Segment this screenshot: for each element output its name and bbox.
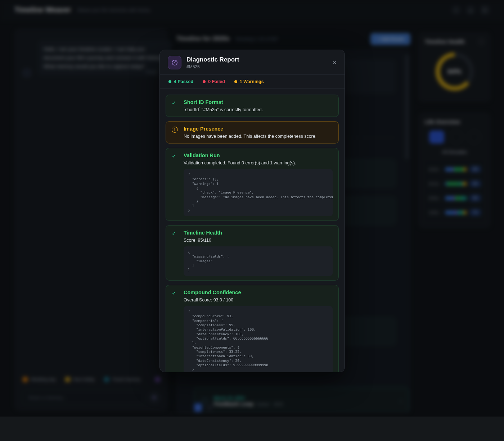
failed-dot-icon [203, 80, 206, 83]
check-title: Compound Confidence [184, 290, 333, 295]
check-description: Score: 95/110 [184, 238, 333, 243]
modal-short-id: #M525 [186, 64, 239, 69]
page: Timeline Weaver Weave your life memories… [0, 0, 504, 441]
check-title: Validation Run [184, 153, 333, 158]
diagnostic-report-modal: Diagnostic Report #M525 × 4 Passed 0 Fai… [159, 50, 345, 372]
check-pass-icon: ✓ [172, 230, 179, 276]
check-description: Validation completed. Found 0 error(s) a… [184, 160, 333, 165]
check-pass-icon: ✓ [172, 99, 179, 112]
warning-circle-icon: ! [172, 126, 179, 139]
compound-confidence-json-block: { "compoundScore": 93, "components": { "… [184, 306, 333, 372]
check-card-short-id-format: ✓ Short ID Format `shortId` "#M525" is c… [166, 95, 339, 117]
check-pass-icon: ✓ [172, 153, 179, 216]
check-card-compound-confidence: ✓ Compound Confidence Overall Score: 93.… [166, 285, 339, 372]
footer-band [0, 417, 504, 441]
close-icon[interactable]: × [333, 59, 337, 66]
modal-body[interactable]: ✓ Short ID Format `shortId` "#M525" is c… [160, 89, 345, 372]
check-card-timeline-health: ✓ Timeline Health Score: 95/110 { "missi… [166, 225, 339, 281]
warnings-label: 1 Warnings [240, 79, 264, 84]
check-title: Image Presence [184, 126, 333, 132]
modal-title: Diagnostic Report [186, 56, 239, 63]
passed-badge: 4 Passed [168, 79, 193, 84]
check-title: Short ID Format [184, 99, 333, 105]
check-description: `shortId` "#M525" is correctly formatted… [184, 107, 333, 112]
warnings-badge: 1 Warnings [234, 79, 264, 84]
timeline-health-json-block: { "missingFields": [ "images" ] } [184, 246, 333, 276]
check-card-image-presence: ! Image Presence No images have been add… [166, 121, 339, 144]
check-pass-icon: ✓ [172, 290, 179, 372]
check-card-validation-run: ✓ Validation Run Validation completed. F… [166, 148, 339, 221]
diagnostic-gauge-icon [168, 56, 181, 69]
modal-header: Diagnostic Report #M525 × [160, 50, 345, 74]
check-title: Timeline Health [184, 230, 333, 236]
check-description: Overall Score: 93.0 / 100 [184, 297, 333, 303]
warnings-dot-icon [234, 80, 237, 83]
check-description: No images have been added. This affects … [184, 134, 333, 139]
validation-json-block: { "errors": [], "warnings": [ { "check":… [184, 169, 333, 216]
failed-label: 0 Failed [208, 79, 225, 84]
summary-row: 4 Passed 0 Failed 1 Warnings [160, 74, 345, 89]
passed-label: 4 Passed [174, 79, 193, 84]
passed-dot-icon [168, 80, 171, 83]
failed-badge: 0 Failed [203, 79, 225, 84]
